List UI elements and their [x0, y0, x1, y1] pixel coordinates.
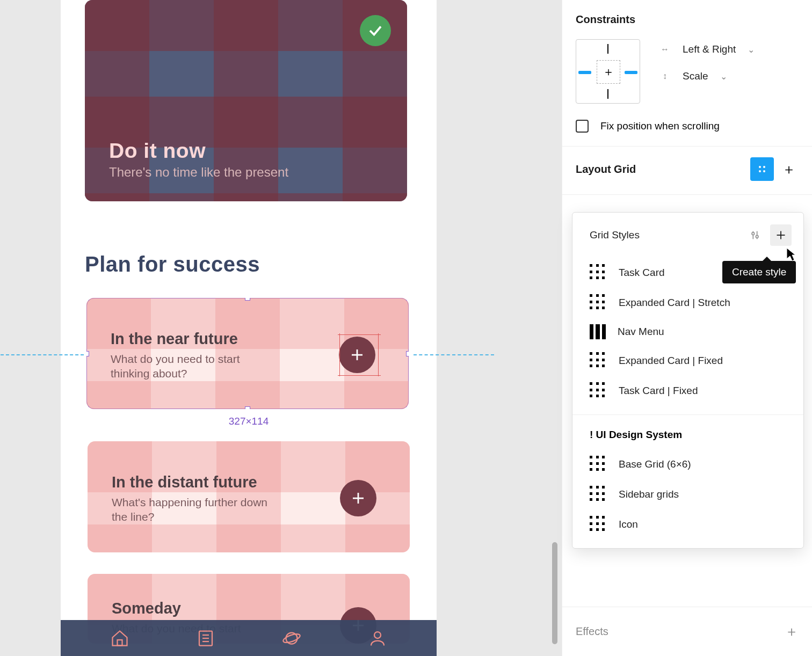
tooltip: Create style: [722, 261, 796, 283]
grid-style-item[interactable]: Nav Menu: [572, 318, 803, 346]
grid-styles-title: Grid Styles: [590, 229, 640, 241]
constraints-widget[interactable]: ＋: [576, 39, 640, 104]
constraints-section: Constraints ＋ ↔ Left & Right ⌄ ↕ Scale ⌄: [562, 0, 812, 147]
chevron-down-icon: ⌄: [748, 45, 755, 55]
grid-style-item[interactable]: Icon: [572, 509, 803, 540]
horizontal-constraint-select[interactable]: ↔ Left & Right ⌄: [659, 43, 755, 55]
grid-icon: [590, 516, 607, 533]
grid-style-item[interactable]: Expanded Card | Fixed: [572, 346, 803, 376]
effects-section: Effects ＋: [562, 607, 812, 656]
layout-grid-section: Layout Grid ＋: [562, 147, 812, 195]
constraints-label: Constraints: [576, 13, 799, 26]
layout-grid-label: Layout Grid: [576, 163, 636, 176]
scrollbar[interactable]: [552, 542, 557, 644]
selection-dimensions: 327×114: [229, 416, 269, 427]
hero-title: Do it now: [109, 139, 288, 163]
card-title: In the near future: [111, 330, 238, 348]
vertical-constraint-select[interactable]: ↕ Scale ⌄: [659, 70, 755, 82]
grid-icon: [590, 352, 607, 369]
grid-icon: [590, 486, 607, 503]
svg-point-12: [282, 632, 301, 644]
columns-icon: [590, 324, 606, 339]
fix-position-label: Fix position when scrolling: [600, 120, 720, 132]
create-style-button[interactable]: [770, 224, 792, 246]
resize-handle[interactable]: [245, 406, 250, 409]
resize-handle[interactable]: [406, 406, 409, 409]
check-icon: [367, 23, 383, 39]
planet-icon[interactable]: [280, 626, 303, 650]
grid-style-item[interactable]: Expanded Card | Stretch: [572, 288, 803, 318]
add-layout-grid-button[interactable]: ＋: [779, 159, 799, 179]
add-effect-button[interactable]: ＋: [785, 622, 799, 641]
card-subtitle: What do you need to start thinking about…: [111, 352, 277, 381]
task-card[interactable]: In the distant future What's happening f…: [88, 441, 410, 552]
list-icon[interactable]: [194, 626, 218, 650]
svg-point-13: [374, 632, 381, 638]
grid-styles-list: Task Card Expanded Card | Stretch Nav Me…: [572, 258, 803, 548]
fix-position-checkbox[interactable]: [576, 120, 589, 133]
effects-label: Effects: [576, 625, 608, 638]
resize-handle[interactable]: [86, 406, 89, 409]
alignment-guide: [414, 354, 494, 355]
card-title: Someday: [112, 600, 181, 617]
resize-handle[interactable]: [86, 351, 89, 356]
canvas[interactable]: Do it now There's no time like the prese…: [0, 0, 562, 656]
card-add-button[interactable]: [339, 337, 375, 373]
card-add-button[interactable]: [340, 480, 376, 516]
card-subtitle: What's happening further down the line?: [112, 495, 278, 524]
grid-icon: [590, 382, 607, 399]
alignment-guide: [1, 354, 84, 355]
resize-handle[interactable]: [245, 298, 250, 301]
grid-style-item[interactable]: Base Grid (6×6): [572, 449, 803, 479]
card-title: In the distant future: [112, 473, 257, 491]
svg-point-15: [752, 232, 755, 235]
chevron-down-icon: ⌄: [720, 71, 727, 82]
profile-icon[interactable]: [366, 626, 389, 650]
home-icon[interactable]: [108, 626, 132, 650]
grid-icon: [590, 294, 607, 311]
grid-style-item[interactable]: Sidebar grids: [572, 479, 803, 509]
cursor-icon: [786, 247, 796, 262]
hero-subtitle: There's no time like the present: [109, 165, 288, 180]
svg-rect-6: [118, 640, 122, 646]
grid-style-button[interactable]: [750, 157, 774, 181]
device-frame[interactable]: Do it now There's no time like the prese…: [61, 0, 437, 656]
adjust-icon[interactable]: [744, 224, 766, 246]
check-badge: [360, 15, 391, 46]
library-heading: ! UI Design System: [572, 424, 803, 449]
grid-style-item[interactable]: Task Card | Fixed: [572, 376, 803, 406]
grid-icon: [590, 264, 607, 281]
hero-card[interactable]: Do it now There's no time like the prese…: [85, 0, 407, 201]
section-heading: Plan for success: [85, 252, 437, 276]
bottom-nav: [61, 620, 437, 656]
grid-icon: [590, 456, 607, 473]
horizontal-arrow-icon: ↔: [659, 45, 671, 54]
resize-handle[interactable]: [86, 298, 89, 301]
vertical-arrow-icon: ↕: [659, 71, 671, 81]
resize-handle[interactable]: [406, 351, 409, 356]
task-card-selected[interactable]: In the near future What do you need to s…: [86, 298, 409, 409]
svg-point-17: [756, 235, 758, 238]
resize-handle[interactable]: [406, 298, 409, 301]
